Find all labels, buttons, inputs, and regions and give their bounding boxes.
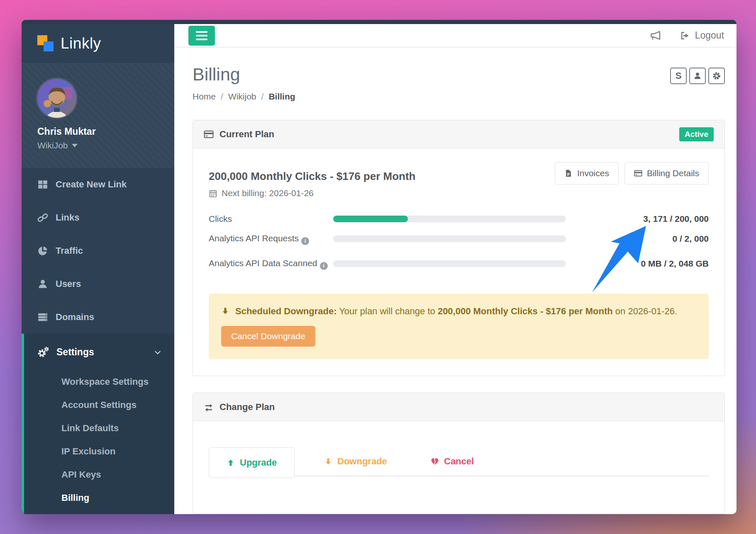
subitem-label: API Keys bbox=[61, 469, 101, 480]
usage-value: 0 / 2, 000 bbox=[576, 234, 709, 244]
gears-icon bbox=[37, 346, 49, 358]
sidebar-item-links[interactable]: Links bbox=[22, 201, 174, 234]
breadcrumb-home[interactable]: Home bbox=[193, 92, 216, 102]
subitem-label: IP Exclusion bbox=[61, 446, 115, 457]
page-title: Billing bbox=[193, 64, 725, 84]
billing-details-button[interactable]: Billing Details bbox=[624, 162, 709, 184]
change-plan-tabs: Upgrade Downgrade bbox=[209, 447, 709, 497]
change-plan-body: Upgrade Downgrade bbox=[193, 421, 724, 514]
info-icon[interactable]: i bbox=[301, 237, 309, 245]
breadcrumb-workspace[interactable]: Wikijob bbox=[228, 92, 256, 102]
notice-title: Scheduled Downgrade: bbox=[235, 306, 337, 316]
usage-label: Analytics API Requests bbox=[209, 233, 299, 243]
chevron-down-icon bbox=[154, 348, 162, 356]
user-icon bbox=[37, 279, 48, 289]
next-billing: Next billing: 2026-01-26 bbox=[209, 188, 416, 198]
sidebar-subitem-billing[interactable]: Billing bbox=[24, 486, 174, 510]
progress-fill bbox=[333, 216, 408, 222]
tab-upgrade[interactable]: Upgrade bbox=[209, 447, 295, 478]
app-window: Linkly bbox=[22, 20, 736, 514]
sidebar-subitem-account-settings[interactable]: Account Settings bbox=[24, 393, 174, 417]
tab-label: Downgrade bbox=[337, 456, 387, 467]
user-button[interactable] bbox=[689, 68, 706, 84]
page-head: Billing Home / Wikijob / Billing S bbox=[174, 48, 736, 120]
logout-label: Logout bbox=[695, 30, 724, 41]
linkly-logo-icon bbox=[37, 35, 54, 52]
usage-row-api-requests: Analytics API Requestsi 0 / 2, 000 bbox=[209, 229, 709, 249]
current-plan-card: Current Plan Active 200,000 Monthly Clic… bbox=[193, 120, 725, 376]
notice-text: Your plan will change to bbox=[337, 306, 437, 316]
next-billing-label: Next billing: 2026-01-26 bbox=[222, 188, 314, 198]
sidebar-toggle-button[interactable] bbox=[188, 26, 215, 46]
sidebar-item-label: Users bbox=[56, 279, 81, 289]
server-icon bbox=[37, 312, 48, 323]
scheduled-downgrade-notice: Scheduled Downgrade: Your plan will chan… bbox=[209, 294, 709, 359]
subitem-label: Billing bbox=[61, 493, 89, 503]
cancel-downgrade-button[interactable]: Cancel Downgrade bbox=[221, 326, 315, 347]
usage-value: 0 MB / 2, 048 GB bbox=[576, 259, 709, 269]
breadcrumb-separator: / bbox=[221, 92, 223, 102]
tab-cancel[interactable]: Cancel bbox=[418, 447, 486, 476]
tab-label: Upgrade bbox=[240, 457, 277, 468]
sidebar-subitem-api-keys[interactable]: API Keys bbox=[24, 463, 174, 486]
tab-label: Cancel bbox=[444, 456, 474, 467]
logo[interactable]: Linkly bbox=[22, 24, 174, 63]
logout-icon bbox=[680, 31, 690, 41]
sidebar-subitem-ip-exclusion[interactable]: IP Exclusion bbox=[24, 440, 174, 463]
credit-card-icon bbox=[204, 129, 214, 139]
pie-chart-icon bbox=[37, 245, 48, 256]
invoices-button[interactable]: Invoices bbox=[555, 162, 619, 184]
subitem-label: Workspace Settings bbox=[61, 376, 149, 387]
sidebar-item-label: Links bbox=[56, 212, 79, 223]
progress-bar bbox=[333, 260, 566, 267]
content: Current Plan Active 200,000 Monthly Clic… bbox=[174, 120, 736, 514]
broken-heart-icon bbox=[431, 457, 439, 466]
card-title: Change Plan bbox=[219, 402, 275, 413]
window-top-strip bbox=[22, 20, 736, 24]
sidebar-item-settings[interactable]: Settings bbox=[24, 334, 174, 370]
main-area: Logout Billing Home / Wikijob / Billing … bbox=[174, 24, 736, 514]
workspace-switcher[interactable]: WikiJob bbox=[37, 141, 174, 150]
topbar: Logout bbox=[174, 24, 736, 48]
down-arrow-icon bbox=[221, 307, 229, 315]
subitem-label: Account Settings bbox=[61, 400, 137, 410]
current-plan-body: 200,000 Monthly Clicks - $176 per Month … bbox=[193, 148, 724, 376]
sidebar-subitem-workspace-settings[interactable]: Workspace Settings bbox=[24, 370, 174, 393]
notice-plan: 200,000 Monthly Clicks - $176 per Month bbox=[438, 306, 613, 316]
invoices-label: Invoices bbox=[577, 168, 609, 178]
swap-arrows-icon bbox=[204, 402, 214, 412]
sidebar-item-domains[interactable]: Domains bbox=[22, 301, 174, 334]
progress-bar bbox=[333, 216, 566, 222]
breadcrumb-current: Billing bbox=[268, 92, 295, 102]
info-icon[interactable]: i bbox=[320, 262, 328, 270]
profile-name: Chris Muktar bbox=[37, 126, 174, 137]
sidebar-settings-section: Settings Workspace Settings Account Sett… bbox=[22, 334, 174, 514]
usage-section: Clicks 3, 171 / 200, 000 Analytics API R… bbox=[209, 209, 709, 279]
sidebar-item-label: Domains bbox=[56, 312, 94, 323]
sidebar-item-traffic[interactable]: Traffic bbox=[22, 234, 174, 267]
sidebar-item-users[interactable]: Users bbox=[22, 267, 174, 301]
change-plan-card: Change Plan Upgrade bbox=[193, 393, 725, 514]
status-badge: Active bbox=[679, 127, 714, 141]
settings-button[interactable] bbox=[708, 68, 725, 84]
usage-row-data-scanned: Analytics API Data Scannedi 0 MB / 2, 04… bbox=[209, 249, 709, 279]
workspace-name: WikiJob bbox=[37, 141, 68, 150]
usage-row-clicks: Clicks 3, 171 / 200, 000 bbox=[209, 209, 709, 229]
link-icon bbox=[37, 212, 48, 223]
grid-icon bbox=[37, 179, 48, 190]
sidebar-subitem-link-defaults[interactable]: Link Defaults bbox=[24, 417, 174, 440]
current-plan-header: Current Plan Active bbox=[193, 120, 724, 148]
tab-downgrade[interactable]: Downgrade bbox=[312, 447, 400, 476]
logo-text: Linkly bbox=[61, 35, 101, 52]
profile-section: Chris Muktar WikiJob bbox=[22, 63, 174, 168]
megaphone-icon[interactable] bbox=[649, 29, 662, 42]
gear-icon bbox=[712, 72, 721, 80]
avatar[interactable] bbox=[37, 79, 76, 118]
sidebar-item-label: Traffic bbox=[56, 245, 83, 256]
card-title: Current Plan bbox=[219, 129, 274, 140]
sidebar-item-create-new-link[interactable]: Create New Link bbox=[22, 168, 174, 201]
usage-value: 3, 171 / 200, 000 bbox=[576, 214, 709, 224]
logout-button[interactable]: Logout bbox=[680, 30, 724, 41]
sidebar-menu: Create New Link Links Traffic bbox=[22, 168, 174, 334]
account-initial-button[interactable]: S bbox=[670, 68, 687, 84]
